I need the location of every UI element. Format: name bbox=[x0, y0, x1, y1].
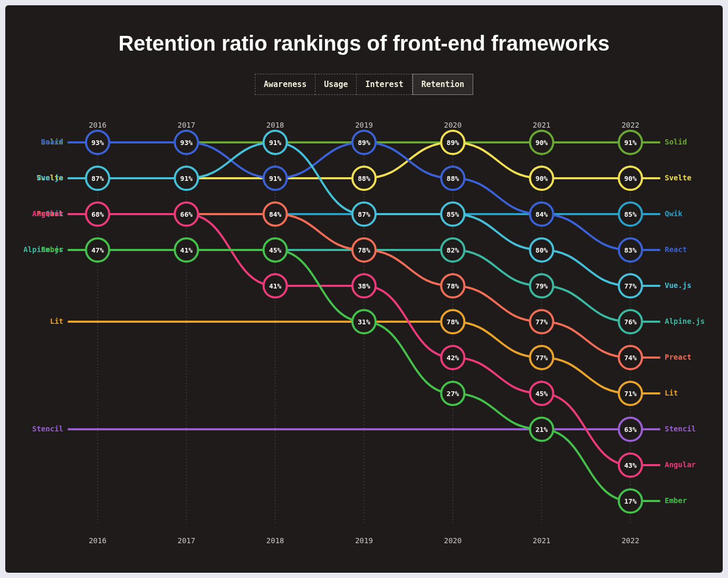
node-value: 87% bbox=[91, 175, 104, 182]
node-value: 93% bbox=[180, 139, 193, 147]
node-value: 71% bbox=[624, 390, 637, 398]
node-value: 77% bbox=[535, 354, 548, 362]
metric-tabs: AwarenessUsageInterestRetention bbox=[21, 74, 707, 95]
year-bottom: 2017 bbox=[177, 536, 195, 545]
node-value: 78% bbox=[447, 282, 459, 290]
node-value: 38% bbox=[358, 282, 370, 290]
node-value: 17% bbox=[624, 497, 637, 505]
node-value: 87% bbox=[358, 210, 370, 218]
node-value: 21% bbox=[535, 426, 548, 434]
year-top: 2020 bbox=[444, 121, 462, 129]
tab-awareness[interactable]: Awareness bbox=[255, 74, 315, 95]
left-label-angular: Angular bbox=[32, 209, 63, 218]
year-top: 2019 bbox=[355, 121, 373, 129]
node-value: 84% bbox=[269, 210, 282, 218]
year-bottom: 2021 bbox=[533, 536, 551, 545]
chart-title: Retention ratio rankings of front-end fr… bbox=[21, 32, 707, 55]
right-label-solid: Solid bbox=[665, 138, 687, 146]
left-label-react: React bbox=[41, 138, 63, 146]
node-value: 45% bbox=[535, 390, 548, 398]
left-label-lit: Lit bbox=[50, 317, 63, 325]
right-label-stencil: Stencil bbox=[665, 425, 696, 433]
year-bottom: 2022 bbox=[621, 536, 639, 545]
node-value: 63% bbox=[624, 426, 637, 434]
year-bottom: 2018 bbox=[266, 536, 284, 545]
ranking-chart: 2016201620172017201820182019201920202020… bbox=[24, 111, 704, 548]
node-value: 88% bbox=[358, 175, 370, 182]
node-value: 82% bbox=[447, 246, 459, 254]
right-label-alpine.js: Alpine.js bbox=[665, 317, 704, 325]
node-value: 91% bbox=[624, 139, 637, 147]
node-value: 91% bbox=[269, 175, 282, 182]
tab-retention[interactable]: Retention bbox=[413, 74, 473, 95]
node-value: 42% bbox=[447, 354, 459, 362]
node-value: 27% bbox=[447, 390, 459, 398]
left-label-stencil: Stencil bbox=[32, 425, 63, 433]
left-label-ember: Ember bbox=[41, 245, 63, 254]
node-value: 77% bbox=[624, 282, 637, 290]
node-value: 85% bbox=[447, 210, 459, 218]
node-value: 91% bbox=[180, 175, 193, 182]
right-label-ember: Ember bbox=[665, 496, 687, 505]
node-value: 77% bbox=[535, 318, 548, 326]
year-top: 2021 bbox=[533, 121, 551, 129]
node-value: 85% bbox=[624, 210, 637, 218]
node-value: 78% bbox=[447, 318, 459, 326]
node-value: 90% bbox=[535, 139, 548, 147]
chart-panel: Retention ratio rankings of front-end fr… bbox=[5, 5, 723, 573]
right-label-preact: Preact bbox=[665, 353, 692, 361]
year-bottom: 2019 bbox=[355, 536, 373, 545]
node-value: 93% bbox=[91, 139, 104, 147]
year-top: 2017 bbox=[177, 121, 195, 129]
node-value: 88% bbox=[447, 175, 459, 182]
node-value: 43% bbox=[624, 461, 637, 469]
node-value: 80% bbox=[535, 246, 548, 254]
year-top: 2022 bbox=[621, 121, 639, 129]
node-value: 79% bbox=[535, 282, 548, 290]
right-label-vue.js: Vue.js bbox=[665, 281, 692, 290]
node-value: 41% bbox=[180, 246, 193, 254]
node-value: 83% bbox=[624, 246, 637, 254]
node-value: 84% bbox=[535, 210, 548, 218]
right-label-lit: Lit bbox=[665, 389, 678, 397]
node-value: 89% bbox=[358, 139, 370, 147]
tab-interest[interactable]: Interest bbox=[357, 74, 412, 95]
year-top: 2018 bbox=[266, 121, 284, 129]
left-label-vue.js: Vue.js bbox=[36, 174, 63, 182]
node-value: 76% bbox=[624, 318, 637, 326]
node-value: 78% bbox=[358, 246, 370, 254]
year-bottom: 2016 bbox=[89, 536, 107, 545]
tab-usage[interactable]: Usage bbox=[315, 74, 357, 95]
node-value: 74% bbox=[624, 354, 637, 362]
right-label-react: React bbox=[665, 245, 687, 254]
node-value: 90% bbox=[624, 175, 637, 182]
right-label-svelte: Svelte bbox=[665, 174, 692, 182]
node-value: 47% bbox=[91, 246, 104, 254]
node-value: 31% bbox=[358, 318, 370, 326]
right-label-angular: Angular bbox=[665, 460, 696, 469]
year-top: 2016 bbox=[89, 121, 107, 129]
year-bottom: 2020 bbox=[444, 536, 462, 545]
right-label-qwik: Qwik bbox=[665, 209, 683, 218]
node-value: 90% bbox=[535, 175, 548, 182]
node-value: 41% bbox=[269, 282, 282, 290]
node-value: 68% bbox=[91, 210, 104, 218]
node-value: 89% bbox=[447, 139, 459, 147]
node-value: 91% bbox=[269, 139, 282, 147]
node-value: 45% bbox=[269, 246, 282, 254]
node-value: 66% bbox=[180, 210, 193, 218]
